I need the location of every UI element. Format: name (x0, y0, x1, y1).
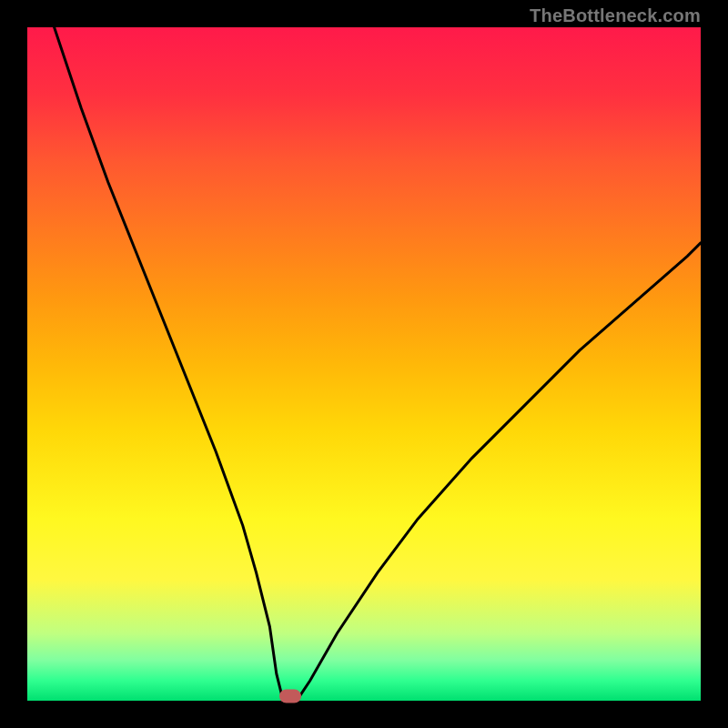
optimal-marker (279, 689, 301, 703)
watermark-text: TheBottleneck.com (530, 5, 701, 26)
curve-svg (27, 27, 701, 701)
bottleneck-curve (55, 27, 701, 701)
chart-container: TheBottleneck.com (0, 0, 728, 728)
